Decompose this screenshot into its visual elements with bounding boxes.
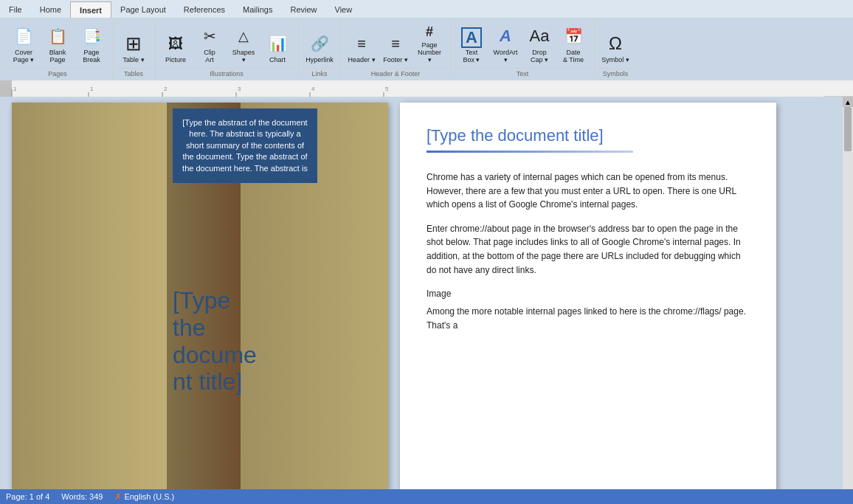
ribbon-group-links: Hyperlink Links — [299, 19, 341, 79]
footer-label: Footer ▾ — [383, 57, 408, 64]
picture-icon — [164, 32, 187, 55]
ribbon: File Home Insert Page Layout References … — [0, 0, 853, 80]
svg-text:4: 4 — [311, 86, 315, 92]
paragraph-3[interactable]: Among the more notable internal pages li… — [426, 305, 750, 332]
page-break-button[interactable]: PageBreak — [75, 21, 108, 66]
document-area: [Type the abstract of the document here.… — [0, 97, 853, 502]
pages-group-label: Pages — [7, 68, 108, 77]
large-title[interactable]: [Typethedocument title] — [173, 287, 313, 396]
scrollbar[interactable]: ▲ ▼ — [843, 97, 853, 502]
scroll-up-button[interactable]: ▲ — [843, 97, 853, 107]
svg-rect-0 — [0, 80, 12, 97]
tab-references[interactable]: References — [175, 1, 234, 18]
footer-icon — [384, 32, 407, 55]
shapes-icon — [232, 24, 255, 48]
tab-mailings[interactable]: Mailings — [234, 1, 281, 18]
image-heading: Image — [426, 287, 750, 300]
chart-icon — [266, 32, 289, 55]
drop-cap-button[interactable]: Aa DropCap ▾ — [523, 21, 556, 66]
spelling-icon: ✗ — [114, 491, 122, 502]
page-number-button[interactable]: PageNumber ▾ — [413, 21, 446, 66]
ribbon-content: CoverPage ▾ BlankPage PageBreak Pages ⊞ … — [0, 18, 853, 80]
page-number-label: PageNumber ▾ — [415, 42, 443, 64]
tab-file[interactable]: File — [0, 1, 31, 18]
symbol-icon: Ω — [604, 32, 627, 55]
word-count-text: Words: 349 — [61, 492, 103, 501]
text-group-label: Text — [455, 68, 590, 77]
tab-home[interactable]: Home — [31, 1, 70, 18]
tab-insert[interactable]: Insert — [70, 1, 111, 18]
page-number-icon — [418, 23, 441, 41]
text-box-button[interactable]: A TextBox ▾ — [455, 21, 488, 66]
tab-review[interactable]: Review — [281, 1, 325, 18]
blank-page-label: BlankPage — [49, 49, 66, 64]
table-button[interactable]: ⊞ Table ▾ — [117, 21, 150, 66]
wordart-button[interactable]: A WordArt ▾ — [489, 21, 522, 66]
tab-view[interactable]: View — [326, 1, 362, 18]
hyperlink-label: Hyperlink — [305, 57, 334, 64]
ribbon-group-header-footer: Header ▾ Footer ▾ PageNumber ▾ Header & … — [341, 19, 451, 79]
paragraph-1[interactable]: Chrome has a variety of internal pages w… — [426, 170, 750, 212]
svg-text:1: 1 — [90, 86, 94, 92]
status-bar: Page: 1 of 4 Words: 349 ✗ English (U.S.) — [0, 489, 853, 502]
chart-label: Chart — [269, 57, 286, 64]
svg-text:2: 2 — [164, 86, 168, 92]
text-box-label: TextBox ▾ — [463, 49, 480, 64]
clip-art-button[interactable]: ClipArt — [193, 21, 226, 66]
blank-page-button[interactable]: BlankPage — [41, 21, 74, 66]
header-icon — [350, 32, 373, 55]
title-underline — [426, 151, 633, 153]
tab-page-layout[interactable]: Page Layout — [111, 1, 175, 18]
word-count: Words: 349 — [61, 492, 103, 501]
abstract-box[interactable]: [Type the abstract of the document here.… — [173, 108, 317, 183]
page-break-icon — [80, 24, 103, 48]
wordart-icon: A — [494, 24, 517, 48]
shapes-button[interactable]: Shapes ▾ — [227, 21, 260, 66]
cover-page-icon — [12, 24, 35, 48]
picture-button[interactable]: Picture — [159, 21, 192, 66]
left-page: [Type the abstract of the document here.… — [12, 103, 388, 496]
ribbon-group-illustrations: Picture ClipArt Shapes ▾ Chart Illustrat… — [155, 19, 299, 79]
abstract-text: [Type the abstract of the document here.… — [182, 118, 308, 173]
header-footer-group-label: Header & Footer — [345, 68, 446, 77]
hyperlink-icon — [308, 32, 331, 55]
svg-text:1: 1 — [13, 86, 17, 92]
svg-text:3: 3 — [238, 86, 241, 92]
cover-page-button[interactable]: CoverPage ▾ — [7, 21, 40, 66]
page-info: Page: 1 of 4 — [6, 492, 49, 501]
ribbon-group-tables: ⊞ Table ▾ Tables — [113, 19, 155, 79]
clip-art-label: ClipArt — [204, 49, 215, 64]
ruler: 1 1 2 3 4 5 — [0, 80, 853, 97]
page-info-text: Page: 1 of 4 — [6, 492, 49, 501]
document-title[interactable]: [Type the document title] — [426, 123, 750, 148]
language-indicator[interactable]: ✗ English (U.S.) — [114, 491, 174, 502]
header-button[interactable]: Header ▾ — [345, 21, 378, 66]
date-time-icon — [562, 24, 585, 48]
ribbon-group-text: A TextBox ▾ A WordArt ▾ Aa DropCap ▾ Dat… — [451, 19, 595, 79]
blank-page-icon — [46, 24, 69, 48]
picture-label: Picture — [165, 57, 186, 64]
paragraph-2[interactable]: Enter chrome://about page in the browser… — [426, 222, 750, 277]
right-page: [Type the document title] Chrome has a v… — [400, 103, 776, 496]
chart-button[interactable]: Chart — [261, 21, 294, 66]
scroll-thumb[interactable] — [844, 107, 852, 151]
page-break-label: PageBreak — [83, 49, 100, 64]
ribbon-tab-bar: File Home Insert Page Layout References … — [0, 0, 853, 18]
right-page-content: [Type the document title] Chrome has a v… — [400, 103, 776, 363]
hyperlink-button[interactable]: Hyperlink — [303, 21, 336, 66]
drop-cap-icon: Aa — [528, 24, 551, 48]
symbol-button[interactable]: Ω Symbol ▾ — [599, 21, 632, 66]
header-label: Header ▾ — [348, 57, 375, 64]
footer-button[interactable]: Footer ▾ — [379, 21, 412, 66]
ruler-svg: 1 1 2 3 4 5 — [0, 80, 853, 97]
wordart-label: WordArt ▾ — [491, 49, 519, 64]
ribbon-group-symbols: Ω Symbol ▾ Symbols — [595, 19, 636, 79]
date-time-button[interactable]: Date& Time — [557, 21, 590, 66]
shapes-label: Shapes ▾ — [229, 49, 258, 64]
large-title-text: [Typethedocument title] — [173, 287, 257, 395]
table-icon: ⊞ — [122, 32, 145, 55]
date-time-label: Date& Time — [563, 49, 584, 64]
tables-group-label: Tables — [117, 68, 150, 77]
symbols-group-label: Symbols — [599, 68, 632, 77]
illustrations-group-label: Illustrations — [159, 68, 294, 77]
